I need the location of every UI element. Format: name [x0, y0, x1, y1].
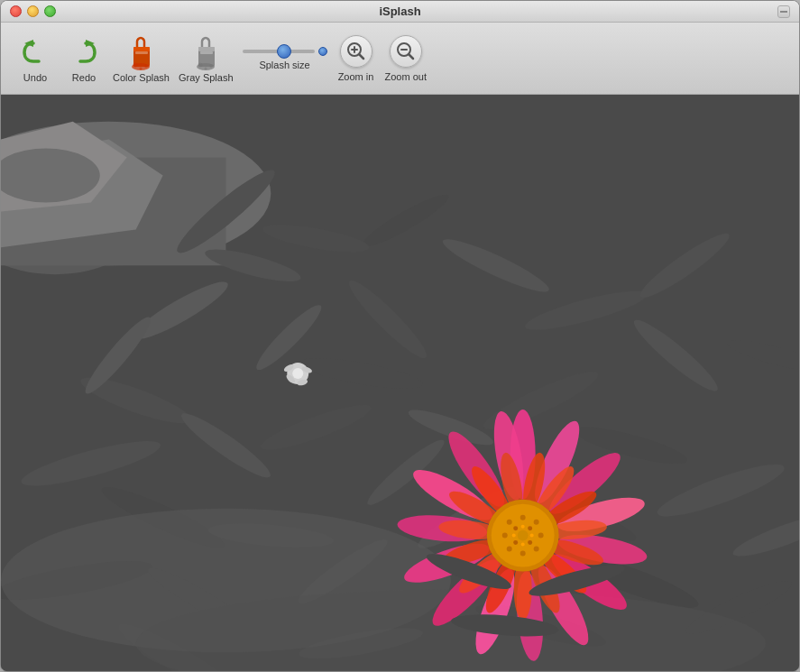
color-splash-button[interactable]: Color Splash — [113, 34, 170, 83]
svg-point-114 — [502, 533, 508, 539]
svg-point-122 — [512, 534, 516, 538]
svg-point-111 — [534, 547, 539, 552]
close-button[interactable] — [10, 5, 22, 17]
svg-point-116 — [528, 526, 532, 530]
svg-point-8 — [140, 67, 143, 69]
svg-point-119 — [513, 526, 518, 530]
svg-point-112 — [520, 551, 526, 557]
minimize-button[interactable] — [27, 5, 39, 17]
svg-rect-11 — [198, 47, 215, 51]
svg-point-108 — [520, 515, 526, 520]
color-splash-icon — [126, 34, 155, 69]
splash-size-control: Splash size — [243, 47, 327, 70]
undo-icon — [18, 34, 52, 69]
redo-icon — [67, 34, 101, 69]
window-title: iSplash — [379, 5, 420, 18]
svg-point-118 — [528, 540, 532, 545]
window-resize-button[interactable] — [777, 5, 790, 18]
svg-point-13 — [198, 62, 203, 67]
zoom-out-icon — [390, 35, 422, 68]
splash-size-slider[interactable] — [243, 50, 315, 53]
svg-rect-16 — [200, 51, 213, 54]
svg-point-6 — [133, 62, 138, 67]
svg-point-109 — [534, 520, 539, 525]
svg-rect-4 — [133, 47, 150, 51]
svg-point-120 — [521, 525, 525, 529]
zoom-in-icon — [340, 35, 372, 68]
svg-rect-0 — [780, 11, 787, 13]
gray-splash-label: Gray Splash — [179, 72, 234, 83]
toolbar: Undo Redo — [1, 23, 799, 95]
gray-splash-icon — [191, 34, 220, 69]
svg-point-68 — [292, 368, 303, 379]
image-area[interactable] — [1, 95, 799, 671]
gray-splash-button[interactable]: Gray Splash — [179, 34, 234, 83]
svg-point-113 — [507, 547, 512, 552]
traffic-lights — [1, 5, 56, 17]
svg-point-121 — [530, 534, 534, 538]
svg-point-110 — [538, 533, 544, 539]
redo-button[interactable]: Redo — [64, 34, 104, 83]
svg-point-7 — [144, 64, 148, 68]
slider-indicator — [318, 47, 327, 56]
svg-point-115 — [507, 520, 512, 525]
svg-point-14 — [209, 64, 213, 68]
svg-point-124 — [518, 530, 529, 541]
app-window: iSplash Undo — [0, 0, 800, 672]
svg-rect-9 — [135, 51, 148, 54]
zoom-in-button[interactable]: Zoom in — [336, 35, 376, 82]
splash-size-label: Splash size — [259, 60, 309, 70]
redo-label: Redo — [72, 72, 96, 83]
svg-point-15 — [205, 67, 207, 69]
zoom-out-label: Zoom out — [385, 71, 427, 82]
titlebar: iSplash — [1, 1, 799, 23]
undo-button[interactable]: Undo — [15, 34, 55, 83]
svg-line-20 — [359, 54, 363, 59]
color-splash-label: Color Splash — [113, 72, 170, 83]
maximize-button[interactable] — [44, 5, 56, 17]
svg-point-123 — [521, 543, 525, 547]
slider-wrapper — [243, 47, 327, 56]
svg-line-23 — [409, 54, 413, 59]
image-canvas — [1, 95, 799, 671]
zoom-out-button[interactable]: Zoom out — [385, 35, 427, 82]
svg-point-117 — [513, 540, 518, 545]
zoom-in-label: Zoom in — [338, 71, 374, 82]
undo-label: Undo — [23, 72, 47, 83]
